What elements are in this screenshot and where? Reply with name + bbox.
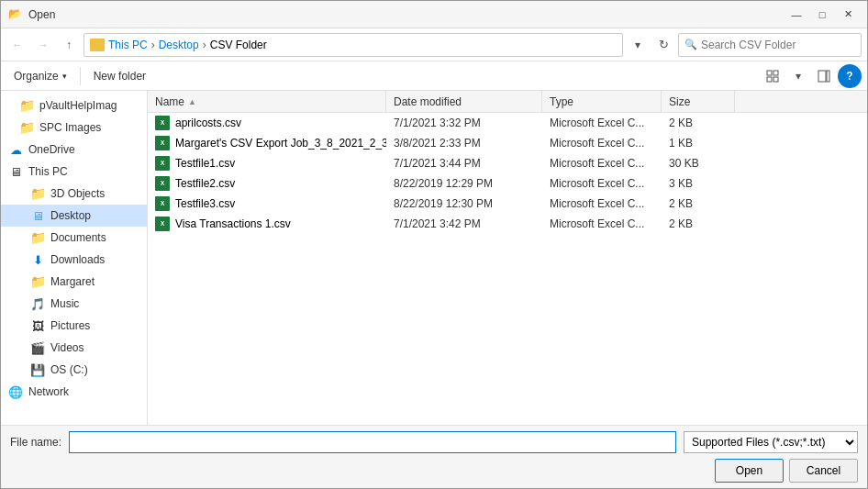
table-row[interactable]: X Visa Transactions 1.csv 7/1/2021 3:42 … xyxy=(148,214,867,234)
sidebar-item-label: OneDrive xyxy=(28,143,75,156)
table-row[interactable]: X aprilcosts.csv 7/1/2021 3:32 PM Micros… xyxy=(148,113,867,133)
column-header-size[interactable]: Size xyxy=(662,91,735,112)
sidebar-item-pvaulthelp[interactable]: 📁 pVaultHelpImag xyxy=(1,94,147,117)
sidebar-item-thispc[interactable]: 🖥 This PC xyxy=(1,161,147,183)
file-size-cell: 2 KB xyxy=(662,214,735,233)
sidebar-item-pictures[interactable]: 🖼 Pictures xyxy=(1,315,147,337)
view-button[interactable] xyxy=(761,65,785,87)
search-input[interactable] xyxy=(701,39,855,51)
folder-icon xyxy=(90,39,105,51)
sidebar-item-label: Network xyxy=(28,385,69,398)
sidebar-item-spc-images[interactable]: 📁 SPC Images xyxy=(1,117,147,139)
main-content: 📁 pVaultHelpImag 📁 SPC Images ☁ OneDrive… xyxy=(1,91,867,425)
toolbar-right: ▾ ? xyxy=(761,64,862,88)
file-size-cell: 2 KB xyxy=(662,194,735,213)
table-row[interactable]: X Testfile2.csv 8/22/2019 12:29 PM Micro… xyxy=(148,173,867,194)
toolbar-separator xyxy=(80,67,81,85)
sidebar-item-label: Downloads xyxy=(50,253,105,266)
table-row[interactable]: X Testfile3.csv 8/22/2019 12:30 PM Micro… xyxy=(148,194,867,214)
preview-pane-button[interactable] xyxy=(812,65,836,87)
file-date-cell: 8/22/2019 12:29 PM xyxy=(386,173,542,193)
sidebar-item-3d-objects[interactable]: 📁 3D Objects xyxy=(1,183,147,205)
folder-icon: 📁 xyxy=(30,230,45,245)
window-controls: — □ ✕ xyxy=(785,6,860,24)
back-button[interactable]: ← xyxy=(6,34,28,56)
file-date-cell: 3/8/2021 2:33 PM xyxy=(386,133,542,152)
sidebar-item-label: Music xyxy=(50,297,79,310)
file-name-text: Testfile3.csv xyxy=(175,197,235,210)
open-dialog: 📂 Open — □ ✕ ← → ↑ This PC › Desktop › C… xyxy=(0,0,868,489)
minimize-button[interactable]: — xyxy=(785,6,808,24)
breadcrumb-desktop[interactable]: Desktop xyxy=(159,39,199,51)
search-icon: 🔍 xyxy=(684,39,697,50)
organize-dropdown-icon: ▾ xyxy=(62,72,67,81)
column-header-type[interactable]: Type xyxy=(542,91,662,112)
file-type-select[interactable]: Supported Files (*.csv;*.txt) xyxy=(684,431,858,453)
cancel-button[interactable]: Cancel xyxy=(789,459,858,483)
file-type-cell: Microsoft Excel C... xyxy=(542,173,662,193)
sidebar-item-label: Documents xyxy=(50,231,106,244)
sidebar-item-label: SPC Images xyxy=(39,121,101,134)
file-size-cell: 1 KB xyxy=(662,133,735,152)
file-name-text: aprilcosts.csv xyxy=(175,117,241,129)
csv-icon: X xyxy=(155,217,170,231)
sidebar-item-downloads[interactable]: ⬇ Downloads xyxy=(1,249,147,271)
organize-button[interactable]: Organize ▾ xyxy=(6,65,74,87)
file-type-cell: Microsoft Excel C... xyxy=(542,153,662,172)
network-icon: 🌐 xyxy=(8,384,23,399)
open-button[interactable]: Open xyxy=(715,459,784,483)
column-header-name[interactable]: Name ▲ xyxy=(148,91,386,112)
breadcrumb-thispc[interactable]: This PC xyxy=(108,39,148,51)
view-dropdown-button[interactable]: ▾ xyxy=(786,65,810,87)
maximize-button[interactable]: □ xyxy=(810,6,834,24)
sidebar-item-label: Margaret xyxy=(50,275,95,288)
sidebar-item-desktop[interactable]: 🖥 Desktop xyxy=(1,205,147,227)
sidebar-item-os-c[interactable]: 💾 OS (C:) xyxy=(1,359,147,381)
file-list: Name ▲ Date modified Type Size X aprilco… xyxy=(148,91,867,425)
preview-icon xyxy=(818,70,830,83)
drive-icon: 💾 xyxy=(30,362,45,377)
file-list-header: Name ▲ Date modified Type Size xyxy=(148,91,867,113)
breadcrumb-current: CSV Folder xyxy=(210,39,267,51)
file-name-cell: X Testfile1.csv xyxy=(148,153,386,172)
file-date-cell: 7/1/2021 3:44 PM xyxy=(386,153,542,172)
sidebar-item-onedrive[interactable]: ☁ OneDrive xyxy=(1,139,147,161)
folder-icon: 📁 xyxy=(19,98,34,113)
sidebar-item-margaret[interactable]: 📁 Margaret xyxy=(1,271,147,293)
sidebar-item-videos[interactable]: 🎬 Videos xyxy=(1,337,147,359)
dropdown-button[interactable]: ▾ xyxy=(627,34,649,56)
up-button[interactable]: ↑ xyxy=(58,34,80,56)
help-button[interactable]: ? xyxy=(838,64,862,88)
file-name-text: Testfile1.csv xyxy=(175,157,235,170)
sidebar-item-documents[interactable]: 📁 Documents xyxy=(1,227,147,249)
new-folder-label: New folder xyxy=(94,70,146,83)
search-bar[interactable]: 🔍 xyxy=(678,33,862,57)
sidebar-item-label: OS (C:) xyxy=(50,363,88,376)
table-row[interactable]: X Margaret's CSV Export Job_3_8_2021_2_3… xyxy=(148,133,867,153)
close-button[interactable]: ✕ xyxy=(836,6,860,24)
computer-icon: 🖥 xyxy=(8,164,23,179)
file-name-cell: X aprilcosts.csv xyxy=(148,113,386,132)
file-type-cell: Microsoft Excel C... xyxy=(542,133,662,152)
breadcrumb[interactable]: This PC › Desktop › CSV Folder xyxy=(83,33,623,57)
new-folder-button[interactable]: New folder xyxy=(86,65,153,87)
downloads-icon: ⬇ xyxy=(30,252,45,267)
onedrive-icon: ☁ xyxy=(8,142,23,157)
address-bar: ← → ↑ This PC › Desktop › CSV Folder ▾ ↻… xyxy=(1,28,867,61)
forward-button[interactable]: → xyxy=(32,34,54,56)
pictures-icon: 🖼 xyxy=(30,318,45,333)
svg-rect-4 xyxy=(818,71,826,82)
csv-icon: X xyxy=(155,156,170,171)
file-name-input[interactable] xyxy=(69,431,676,453)
sidebar-item-network[interactable]: 🌐 Network xyxy=(1,381,147,403)
dialog-icon: 📂 xyxy=(8,7,23,22)
table-row[interactable]: X Testfile1.csv 7/1/2021 3:44 PM Microso… xyxy=(148,153,867,173)
refresh-button[interactable]: ↻ xyxy=(652,34,674,56)
sidebar-item-label: 3D Objects xyxy=(50,187,105,200)
music-icon: 🎵 xyxy=(30,296,45,311)
sidebar: 📁 pVaultHelpImag 📁 SPC Images ☁ OneDrive… xyxy=(1,91,148,425)
desktop-icon: 🖥 xyxy=(30,208,45,223)
sidebar-item-music[interactable]: 🎵 Music xyxy=(1,293,147,315)
column-header-date[interactable]: Date modified xyxy=(386,91,542,112)
file-name-row: File name: Supported Files (*.csv;*.txt) xyxy=(10,431,858,453)
